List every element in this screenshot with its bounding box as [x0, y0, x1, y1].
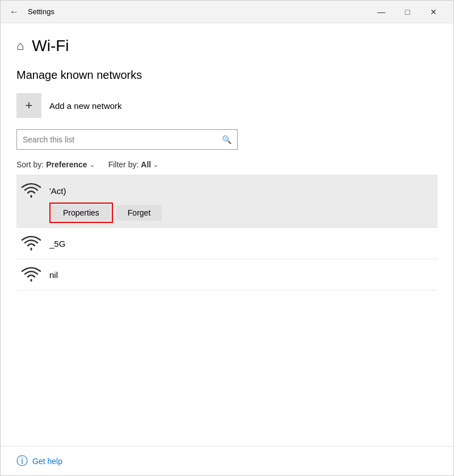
network-item-0[interactable]: 'Act) Properties Forget: [16, 175, 438, 228]
page-header: ⌂ Wi-Fi: [16, 37, 438, 55]
network-item-1[interactable]: _5G: [16, 228, 438, 259]
network-item-top-1: _5G: [21, 235, 433, 252]
network-name-2: nil: [49, 270, 58, 280]
title-bar-title: Settings: [28, 7, 54, 16]
section-heading: Manage known networks: [16, 69, 438, 82]
get-help-link[interactable]: Get help: [32, 457, 62, 466]
back-button[interactable]: ←: [7, 6, 21, 18]
filter-control: Filter by: All ⌄: [108, 160, 159, 169]
filter-value[interactable]: All: [141, 160, 151, 169]
network-item-top-2: nil: [21, 266, 433, 283]
maximize-button[interactable]: □: [394, 3, 421, 21]
wifi-icon-2: [21, 266, 41, 283]
settings-window: ← Settings — □ ✕ ⌂ Wi-Fi Manage known ne…: [0, 0, 454, 476]
network-item-actions-0: Properties Forget: [52, 205, 433, 221]
network-name-1: _5G: [49, 239, 65, 248]
sort-control: Sort by: Preference ⌄: [16, 160, 95, 169]
title-bar: ← Settings — □ ✕: [1, 1, 453, 23]
filter-label: Filter by:: [108, 160, 139, 169]
sort-filter-row: Sort by: Preference ⌄ Filter by: All ⌄: [16, 160, 438, 169]
properties-button[interactable]: Properties: [52, 205, 111, 221]
sort-value[interactable]: Preference: [46, 160, 87, 169]
search-box: 🔍: [16, 129, 238, 150]
add-network-button[interactable]: +: [16, 93, 41, 118]
network-list: 'Act) Properties Forget: [16, 175, 438, 290]
network-item-top-0: 'Act): [21, 182, 433, 199]
close-button[interactable]: ✕: [421, 3, 447, 21]
page-title: Wi-Fi: [32, 37, 69, 55]
content-area: ⌂ Wi-Fi Manage known networks + Add a ne…: [1, 23, 453, 446]
help-circle-icon: ⓘ: [16, 453, 28, 469]
network-item-2[interactable]: nil: [16, 259, 438, 290]
network-name-0: 'Act): [49, 186, 66, 196]
add-network-row: + Add a new network: [16, 93, 438, 118]
search-icon: 🔍: [216, 135, 237, 144]
footer: ⓘ Get help: [1, 446, 453, 475]
sort-label: Sort by:: [16, 160, 44, 169]
search-input[interactable]: [17, 135, 216, 144]
sort-chevron-icon[interactable]: ⌄: [90, 161, 95, 169]
title-bar-left: ← Settings: [7, 6, 54, 18]
wifi-icon-0: [21, 182, 41, 199]
minimize-button[interactable]: —: [368, 3, 394, 21]
home-icon: ⌂: [16, 39, 24, 53]
wifi-icon-1: [21, 235, 41, 252]
title-bar-controls: — □ ✕: [368, 3, 447, 21]
filter-chevron-icon[interactable]: ⌄: [153, 161, 158, 169]
forget-button[interactable]: Forget: [116, 205, 162, 221]
add-network-label: Add a new network: [49, 101, 122, 111]
